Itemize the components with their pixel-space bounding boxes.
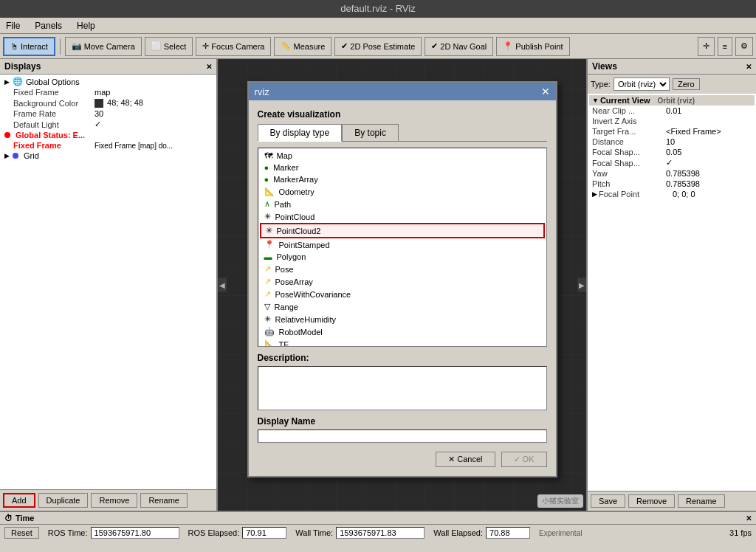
views-panel: Views ✕ Type: Orbit (rviz) Zero ▼ Curren… [586,59,756,511]
tab-by-display-type[interactable]: By display type [258,124,343,142]
list-item-pointcloud[interactable]: ✳ PointCloud [260,210,545,223]
views-title: Views [592,61,617,72]
list-item-marker[interactable]: ● Marker [260,162,545,173]
modal-title-bar: rviz ✕ [249,83,556,100]
expand-icon: ▶ [4,78,10,86]
invert-z-prop: Invert Z Axis [589,116,755,126]
tab-by-topic[interactable]: By topic [342,124,399,141]
list-item-relativehumidity[interactable]: ✳ RelativeHumidity [260,313,545,325]
list-item-odometry[interactable]: 📐 Odometry [260,185,545,198]
cancel-button[interactable]: ✕ Cancel [436,452,495,467]
extra-btn1[interactable]: ✛ [698,37,715,56]
toolbar: 🖱 Interact 📷 Move Camera ⬜ Select ✛ Focu… [0,34,756,59]
main-layout: Displays ✕ ▶ 🌐 Global Options Fixed Fram… [0,59,756,511]
description-label: Description: [258,353,547,363]
list-item-posewithcovariance[interactable]: ↗ PoseWithCovariance [260,288,545,300]
rename-view-button[interactable]: Rename [678,494,725,508]
list-item-path[interactable]: ∧ Path [260,198,545,210]
menu-file[interactable]: File [3,20,23,32]
app-title: default.rviz - RViz [340,3,415,14]
list-item-polygon[interactable]: ▬ Polygon [260,251,545,263]
current-view-header: ▼ Current View Orbit (rviz) [589,95,755,106]
modal-overlay: rviz ✕ Create visualization By display t… [218,59,586,511]
grid-item[interactable]: ▶ Grid [1,151,215,161]
status-red-icon [4,132,10,138]
map-icon: 🗺 [264,151,272,160]
list-item-tf[interactable]: 📐 TF [260,338,545,347]
menu-help[interactable]: Help [74,20,98,32]
zero-button[interactable]: Zero [673,78,700,90]
list-item-pose[interactable]: ↗ Pose [260,263,545,275]
marker-icon: ● [264,163,269,172]
rename-button[interactable]: Rename [140,493,188,508]
focus-camera-button[interactable]: ✛ Focus Camera [196,37,271,56]
interact-button[interactable]: 🖱 Interact [3,37,55,56]
measure-icon: 📏 [281,41,291,51]
wall-time-field: Wall Time: [295,527,425,539]
displays-tree[interactable]: ▶ 🌐 Global Options Fixed Frame map Backg… [0,75,216,489]
visualization-list[interactable]: 🗺 Map ● Marker ● MarkerArray [258,148,547,347]
list-item-markerarray[interactable]: ● MarkerArray [260,173,545,185]
list-item-map[interactable]: 🗺 Map [260,150,545,162]
list-item-pointstamped[interactable]: 📍 PointStamped [260,238,545,251]
displays-panel-header: Displays ✕ [0,59,216,75]
views-close-icon[interactable]: ✕ [746,63,752,71]
list-item-posearray[interactable]: ↗ PoseArray [260,275,545,288]
list-item-pointcloud2[interactable]: ✳ PointCloud2 [260,223,545,238]
display-name-input[interactable] [258,429,547,443]
tf-icon: 📐 [264,339,275,347]
time-header: ⏱ Time ✕ [0,512,756,525]
ros-elapsed-input[interactable] [242,527,286,539]
ok-button[interactable]: ✓ OK [501,452,547,467]
add-button[interactable]: Add [3,493,35,508]
views-buttons: Save Remove Rename [588,491,756,511]
2d-pose-button[interactable]: ✔ 2D Pose Estimate [334,37,422,56]
ros-elapsed-field: ROS Elapsed: [188,527,287,539]
modal-close-button[interactable]: ✕ [541,86,550,97]
remove-view-button[interactable]: Remove [628,494,675,508]
displays-close-icon[interactable]: ✕ [206,63,212,71]
modal-tabs: By display type By topic [258,124,547,142]
select-button[interactable]: ⬜ Select [145,37,193,56]
create-visualization-modal: rviz ✕ Create visualization By display t… [247,81,557,477]
near-clip-prop: Near Clip ... 0.01 [589,106,755,116]
bottom-bar: ⏱ Time ✕ Reset ROS Time: ROS Elapsed: Wa… [0,511,756,552]
camera-icon: 📷 [72,41,82,51]
grid-status-icon [13,153,18,159]
robotmodel-icon: 🤖 [264,327,275,337]
publish-point-button[interactable]: 📍 Publish Point [496,37,569,56]
color-swatch [94,99,103,108]
move-camera-button[interactable]: 📷 Move Camera [65,37,142,56]
list-item-robotmodel[interactable]: 🤖 RobotModel [260,325,545,338]
duplicate-button[interactable]: Duplicate [38,493,89,508]
wall-elapsed-input[interactable] [486,527,530,539]
time-row: Reset ROS Time: ROS Elapsed: Wall Time: … [0,525,756,541]
frame-rate-prop: Frame Rate 30 [10,108,215,119]
modal-header: Create visualization [258,109,547,120]
extra-btn3[interactable]: ⚙ [735,37,753,56]
global-options-item[interactable]: ▶ 🌐 Global Options [1,76,215,87]
measure-button[interactable]: 📏 Measure [274,37,331,56]
menu-panels[interactable]: Panels [32,20,65,32]
type-select[interactable]: Orbit (rviz) [614,77,670,91]
remove-button[interactable]: Remove [91,493,137,508]
views-tree[interactable]: ▼ Current View Orbit (rviz) Near Clip ..… [588,94,756,491]
global-status-item[interactable]: Global Status: E... [1,130,215,140]
reset-button[interactable]: Reset [4,527,39,539]
extra-btn2[interactable]: ≡ [718,37,732,56]
description-box [258,366,547,410]
center-viewport[interactable]: ◀ ▶ rviz ✕ Create visualization By displ… [218,59,586,511]
odometry-icon: 📐 [264,187,275,196]
views-type-row: Type: Orbit (rviz) Zero [588,75,756,94]
watermark: 小猪实验室 [537,494,583,508]
list-item-range[interactable]: ▽ Range [260,300,545,313]
modal-title: rviz [255,86,269,97]
experimental-label: Experimental [539,529,582,537]
wall-time-input[interactable] [336,527,425,539]
close-time-icon[interactable]: ✕ [746,514,752,522]
2d-nav-button[interactable]: ✔ 2D Nav Goal [425,37,493,56]
pointstamped-icon: 📍 [264,240,275,249]
focal-shape1-prop: Focal Shap... 0.05 [589,147,755,157]
save-view-button[interactable]: Save [591,494,625,508]
ros-time-input[interactable] [91,527,179,539]
